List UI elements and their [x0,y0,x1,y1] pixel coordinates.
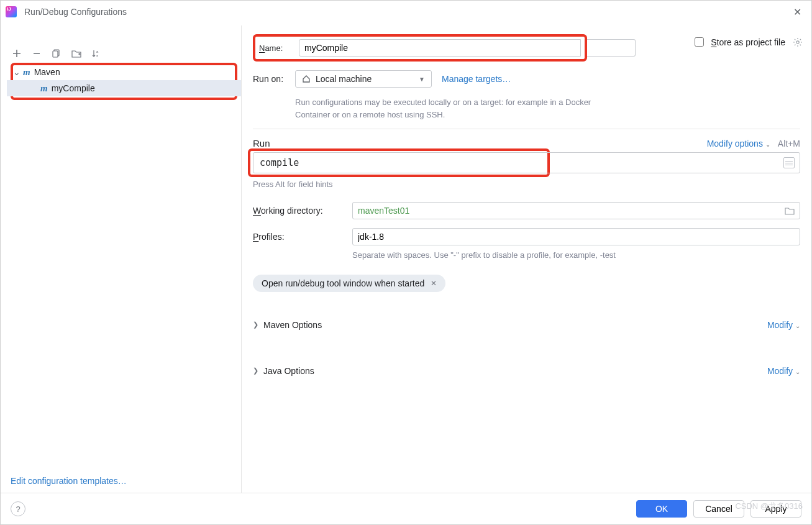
window-title: Run/Debug Configurations [24,7,127,17]
modify-shortcut: Alt+M [778,139,800,148]
sort-icon[interactable]: az [91,48,101,58]
ok-button[interactable]: OK [636,500,687,518]
separator [253,129,800,129]
sidebar: az ⌄ m Maven m myCompile Edit configurat… [7,25,242,493]
run-command-value: compile [260,157,299,168]
svg-text:z: z [96,54,98,58]
apply-button[interactable]: Apply [750,500,801,518]
edit-templates-link[interactable]: Edit configuration templates… [7,468,241,493]
profiles-label: Profiles: [253,232,352,242]
remove-icon[interactable] [32,48,42,58]
config-tree: ⌄ m Maven m myCompile [7,64,241,96]
add-icon[interactable] [12,48,22,58]
working-dir-label: Working directory: [253,206,352,216]
run-on-value: Local machine [316,74,372,84]
copy-icon[interactable] [52,48,62,58]
tree-node-maven[interactable]: ⌄ m Maven [7,64,241,80]
chevron-right-icon: ❯ [253,367,258,375]
svg-rect-1 [53,51,58,57]
store-checkbox[interactable] [695,37,704,47]
save-template-icon[interactable] [71,48,81,58]
store-as-project-file[interactable]: Store as project file [692,35,803,48]
house-icon [302,75,311,83]
chevron-down-icon: ⌄ [13,67,21,77]
dialog-footer: ? OK Cancel Apply [1,493,811,524]
sidebar-toolbar: az [7,43,241,64]
store-label: Store as project file [711,37,785,47]
profiles-input[interactable] [352,228,800,245]
run-on-label: Run on: [253,74,295,84]
maven-options-label: Maven Options [263,320,322,330]
list-icon[interactable] [783,157,795,168]
name-label: Name: [259,43,299,53]
run-command-input[interactable]: compile [253,152,800,173]
name-input[interactable] [299,39,581,57]
tree-node-mycompile[interactable]: m myCompile [7,80,241,96]
run-section-title: Run [253,138,270,148]
chevron-right-icon: ❯ [253,321,258,329]
app-icon [6,6,17,17]
title-bar: Run/Debug Configurations ✕ [1,1,811,23]
manage-targets-link[interactable]: Manage targets… [442,74,511,84]
modify-link[interactable]: Modify ⌄ [767,366,800,376]
profiles-hint: Separate with spaces. Use "-" prefix to … [352,249,800,262]
highlight-marker: Name: [253,34,587,62]
java-options-label: Java Options [263,366,314,376]
svg-point-4 [796,40,799,43]
help-icon[interactable]: ? [11,501,25,516]
cancel-button[interactable]: Cancel [693,500,744,518]
run-on-select[interactable]: Local machine ▼ [295,70,432,88]
folder-icon[interactable] [785,206,795,215]
gear-icon[interactable] [793,37,803,47]
close-icon[interactable]: ✕ [790,4,805,21]
config-form: Store as project file Name: Run on: Loca… [242,25,805,493]
svg-text:a: a [96,50,99,53]
chevron-down-icon: ▼ [419,76,425,83]
run-on-hint: Run configurations may be executed local… [295,96,593,121]
name-input-extension[interactable] [587,39,636,57]
modify-link[interactable]: Modify ⌄ [767,320,800,330]
maven-options-row[interactable]: ❯ Maven Options Modify ⌄ [253,314,800,336]
maven-icon: m [23,68,30,77]
option-chip[interactable]: Open run/debug tool window when started … [253,275,445,292]
close-icon[interactable]: ✕ [431,279,437,288]
maven-icon: m [40,84,48,93]
working-dir-input[interactable]: mavenTest01 [352,202,800,219]
run-hint: Press Alt for field hints [253,178,800,191]
working-dir-value: mavenTest01 [358,206,409,216]
modify-options-link[interactable]: Modify options ⌄ [707,139,770,148]
tree-node-label: myCompile [52,83,95,93]
tree-node-label: Maven [34,67,60,77]
chip-label: Open run/debug tool window when started [262,278,424,288]
java-options-row[interactable]: ❯ Java Options Modify ⌄ [253,360,800,381]
